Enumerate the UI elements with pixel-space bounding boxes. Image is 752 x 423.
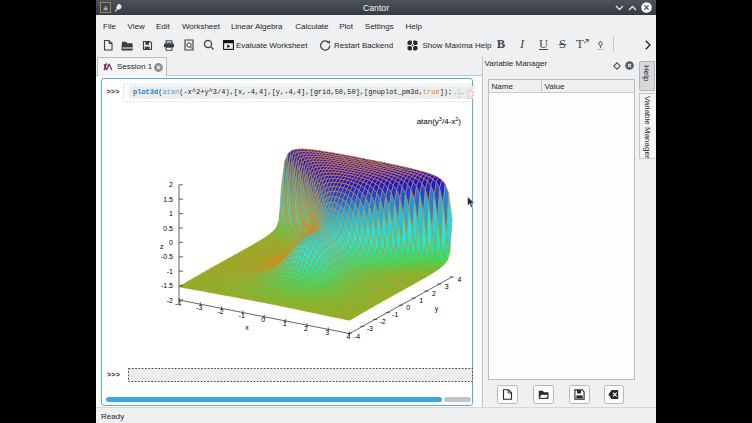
svg-text:-2: -2	[167, 297, 173, 304]
svg-text:1: 1	[169, 210, 173, 217]
svg-text:3: 3	[325, 329, 329, 336]
svg-text:2: 2	[169, 181, 173, 188]
svg-text:-1.5: -1.5	[161, 282, 173, 289]
svg-text:-3: -3	[196, 304, 202, 311]
svg-text:-1: -1	[239, 312, 245, 319]
svg-text:3: 3	[445, 283, 449, 290]
svg-text:-2: -2	[217, 308, 223, 315]
svg-text:0.5: 0.5	[163, 225, 173, 232]
svg-text:1: 1	[283, 320, 287, 327]
svg-text:0: 0	[406, 304, 410, 311]
svg-text:y: y	[435, 305, 439, 313]
svg-text:-0.5: -0.5	[161, 253, 173, 260]
svg-text:-2: -2	[379, 318, 385, 325]
svg-text:-1: -1	[167, 268, 173, 275]
svg-text:2: 2	[304, 325, 308, 332]
svg-text:4: 4	[458, 276, 462, 283]
svg-text:1: 1	[419, 297, 423, 304]
svg-text:atan(y3/4-x2): atan(y3/4-x2)	[417, 116, 462, 126]
svg-text:-3: -3	[367, 325, 373, 332]
svg-text:0: 0	[261, 316, 265, 323]
svg-text:-4: -4	[354, 333, 360, 340]
svg-text:1.5: 1.5	[163, 196, 173, 203]
svg-text:-4: -4	[175, 300, 181, 307]
svg-text:-1: -1	[392, 311, 398, 318]
svg-text:2: 2	[432, 290, 436, 297]
svg-text:4: 4	[347, 333, 351, 340]
svg-text:x: x	[245, 324, 249, 331]
svg-text:z: z	[160, 243, 164, 250]
svg-text:0: 0	[169, 239, 173, 246]
